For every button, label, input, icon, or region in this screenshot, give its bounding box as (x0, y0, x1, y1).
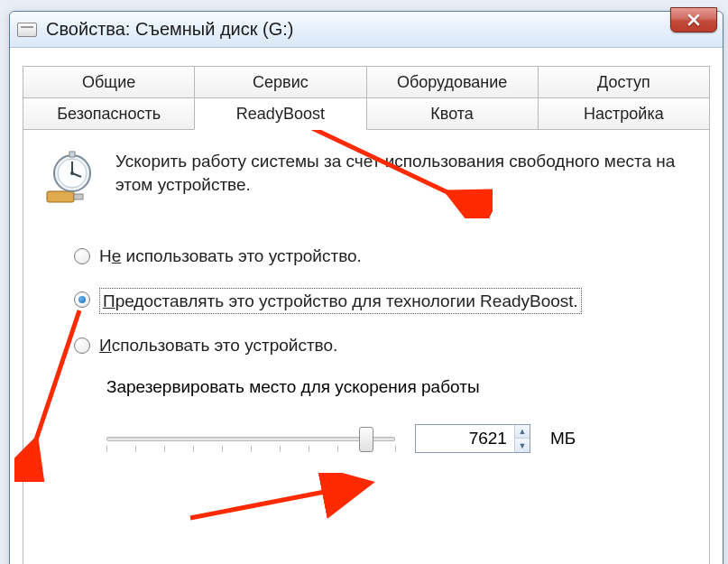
svg-line-9 (23, 310, 79, 477)
tab-customize[interactable]: Настройка (538, 97, 710, 130)
svg-rect-1 (74, 194, 83, 199)
svg-point-7 (70, 171, 74, 175)
radio-do-not-use[interactable]: Не использовать это устройство. (74, 245, 689, 268)
tabstrip: Общие Сервис Оборудование Доступ Безопас… (23, 66, 710, 564)
intro-text: Ускорить работу системы за счет использо… (115, 150, 689, 214)
reserve-label: Зарезервировать место для ускорения рабо… (106, 377, 689, 397)
tab-hardware[interactable]: Оборудование (366, 66, 539, 98)
reserve-slider[interactable] (106, 424, 395, 453)
window-title: Свойства: Съемный диск (G:) (46, 19, 293, 40)
radio-use-device[interactable]: Использовать это устройство. (74, 334, 689, 357)
radio-indicator (74, 337, 90, 354)
spin-down-button[interactable]: ▼ (515, 439, 530, 452)
slider-ticks (106, 446, 395, 453)
radio-group: Не использовать это устройство. Предоста… (74, 245, 689, 357)
slider-track (106, 437, 395, 441)
radio-label: Не использовать это устройство. (99, 245, 362, 268)
svg-rect-0 (47, 191, 74, 202)
stopwatch-icon (43, 150, 99, 214)
annotation-arrow (186, 473, 384, 527)
radio-dedicate-readyboost[interactable]: Предоставлять это устройство для техноло… (74, 288, 689, 315)
slider-thumb[interactable] (359, 427, 373, 452)
tab-security[interactable]: Безопасность (23, 97, 195, 130)
properties-dialog: Свойства: Съемный диск (G:) Общие Сервис… (9, 11, 723, 564)
radio-indicator (74, 248, 90, 264)
titlebar[interactable]: Свойства: Съемный диск (G:) (10, 12, 723, 48)
close-icon (687, 14, 701, 26)
svg-line-10 (190, 484, 366, 518)
spin-up-button[interactable]: ▲ (515, 425, 530, 439)
client-area: Общие Сервис Оборудование Доступ Безопас… (10, 48, 723, 564)
radio-label: Предоставлять это устройство для техноло… (99, 288, 582, 315)
tab-quota[interactable]: Квота (366, 97, 539, 130)
tab-sharing[interactable]: Доступ (538, 66, 710, 98)
tab-readyboost[interactable]: ReadyBoost (194, 97, 366, 130)
radio-label: Использовать это устройство. (99, 334, 337, 357)
radio-indicator (74, 291, 90, 308)
tab-tools[interactable]: Сервис (194, 66, 366, 98)
reserve-spinbox[interactable]: ▲ ▼ (415, 424, 530, 453)
drive-icon (17, 23, 37, 37)
reserve-value-input[interactable] (416, 425, 514, 452)
close-button[interactable] (670, 7, 717, 32)
tabpanel-readyboost: Ускорить работу системы за счет использо… (23, 130, 710, 564)
tab-general[interactable]: Общие (23, 66, 195, 98)
unit-label: МБ (550, 429, 576, 448)
svg-rect-4 (69, 152, 75, 157)
